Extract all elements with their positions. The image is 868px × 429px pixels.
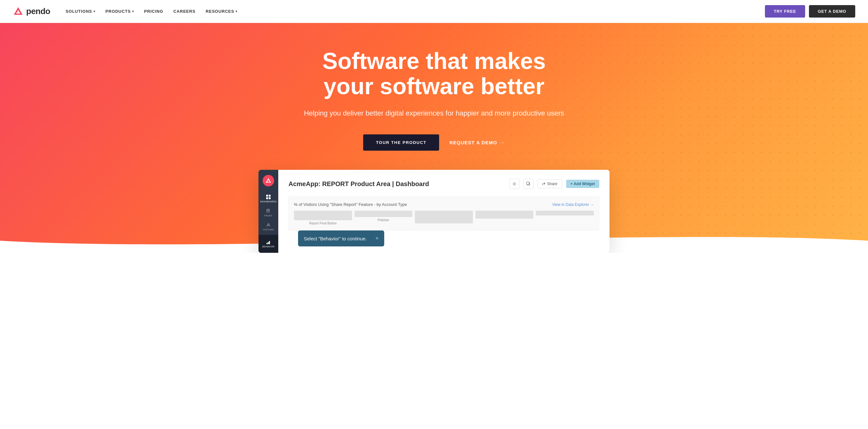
tooltip-close-button[interactable]: × [376, 236, 378, 241]
svg-rect-10 [268, 242, 269, 244]
svg-rect-14 [527, 182, 529, 184]
try-free-button[interactable]: TRY FREE [765, 5, 805, 18]
chart-col-2: Polisher [354, 211, 413, 225]
chart-section: % of Visitors Using "Share Report" Featu… [288, 196, 599, 231]
chart-header: % of Visitors Using "Share Report" Featu… [294, 202, 594, 207]
nav-products[interactable]: PRODUCTS ▾ [105, 9, 134, 14]
hero-ctas: TOUR THE PRODUCT REQUEST A DEMO → [297, 134, 571, 151]
tooltip-popup: Select "Behavior" to continue. × [298, 231, 384, 246]
dashboard-header: AcmeApp: REPORT Product Area | Dashboard [288, 179, 599, 189]
dashboard-sidebar: Dashboards Pages Visitors [258, 170, 278, 253]
svg-point-12 [514, 183, 515, 184]
chart-col-4 [475, 211, 533, 225]
svg-rect-6 [268, 210, 269, 211]
dashboard-title: AcmeApp: REPORT Product Area | Dashboard [288, 180, 429, 188]
hero-subtitle: Helping you deliver better digital exper… [297, 108, 571, 118]
svg-rect-7 [268, 211, 268, 211]
svg-rect-9 [267, 243, 268, 244]
chevron-down-icon: ▾ [132, 9, 134, 13]
svg-rect-5 [268, 210, 269, 210]
dashboard-main: AcmeApp: REPORT Product Area | Dashboard [278, 170, 610, 253]
sidebar-logo [262, 175, 274, 186]
bottom-section [0, 253, 868, 278]
sidebar-pages-label: Pages [264, 214, 272, 217]
hero-title: Software that makes your software better [297, 49, 571, 99]
nav-links: SOLUTIONS ▾ PRODUCTS ▾ PRICING CAREERS R… [66, 9, 765, 14]
dashboards-icon [266, 195, 271, 199]
chart-col-1: Report Final Button [294, 211, 352, 225]
sidebar-item-dashboards[interactable]: Dashboards [262, 193, 274, 204]
pages-icon [266, 209, 271, 213]
tour-product-button[interactable]: TOUR THE PRODUCT [363, 134, 439, 151]
dashboard-actions: Share + Add Widget [509, 179, 599, 189]
dashboard-preview: Dashboards Pages Visitors [258, 170, 610, 253]
share-icon [542, 182, 546, 185]
gear-icon [512, 182, 517, 186]
add-widget-button[interactable]: + Add Widget [566, 180, 599, 188]
navbar: pendo SOLUTIONS ▾ PRODUCTS ▾ PRICING CAR… [0, 0, 868, 23]
copy-button[interactable] [523, 179, 533, 189]
chart-col-5 [536, 211, 594, 225]
svg-rect-11 [269, 241, 270, 244]
sidebar-visitors-label: Visitors [263, 228, 274, 231]
sidebar-behavior-label: Behavior [262, 245, 274, 248]
sidebar-item-behavior[interactable]: Behavior [258, 235, 278, 253]
tooltip-message: Select "Behavior" to continue. [304, 236, 367, 241]
pendo-logo-icon [13, 6, 24, 17]
nav-actions: TRY FREE GET A DEMO [765, 5, 855, 18]
nav-resources[interactable]: RESOURCES ▾ [206, 9, 237, 14]
sidebar-dashboards-label: Dashboards [260, 201, 277, 203]
chevron-down-icon: ▾ [93, 9, 95, 13]
logo-text: pendo [26, 6, 51, 16]
nav-careers[interactable]: CAREERS [173, 9, 195, 14]
request-demo-button[interactable]: REQUEST A DEMO → [449, 140, 505, 145]
chart-col-3 [415, 211, 473, 225]
settings-button[interactable] [509, 179, 520, 189]
share-button[interactable]: Share [537, 179, 562, 188]
arrow-icon: → [500, 140, 505, 145]
copy-icon [526, 182, 531, 186]
hero-section: Software that makes your software better… [0, 23, 868, 253]
sidebar-item-pages[interactable]: Pages [262, 207, 274, 218]
nav-pricing[interactable]: PRICING [144, 9, 163, 14]
chart-bars: Report Final Button Polisher [294, 211, 594, 225]
get-demo-button[interactable]: GET A DEMO [809, 5, 855, 18]
nav-solutions[interactable]: SOLUTIONS ▾ [66, 9, 95, 14]
behavior-icon [266, 240, 271, 245]
sidebar-item-visitors[interactable]: Visitors [262, 221, 274, 233]
chart-link[interactable]: View in Data Explorer → [552, 203, 594, 207]
chevron-down-icon: ▾ [236, 9, 238, 13]
logo[interactable]: pendo [13, 6, 51, 17]
hero-content: Software that makes your software better… [290, 49, 578, 170]
visitors-icon [266, 223, 271, 227]
chart-title: % of Visitors Using "Share Report" Featu… [294, 202, 407, 207]
